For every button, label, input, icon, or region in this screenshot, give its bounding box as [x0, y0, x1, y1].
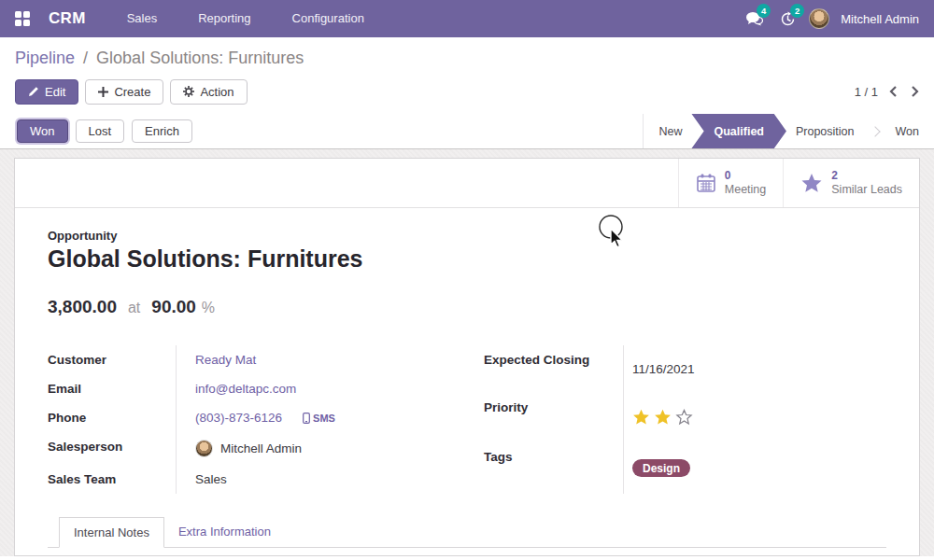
- sms-label: SMS: [313, 413, 335, 424]
- tag-design[interactable]: Design: [632, 459, 690, 477]
- sales-team-value[interactable]: Sales: [195, 472, 227, 486]
- nav-menu-sales[interactable]: Sales: [110, 0, 175, 37]
- meeting-label: Meeting: [725, 183, 766, 198]
- tab-internal-notes[interactable]: Internal Notes: [59, 517, 164, 548]
- stat-button-box: 0 Meeting 2 Similar Leads: [15, 159, 919, 208]
- email-value-link[interactable]: info@deltapc.com: [195, 382, 296, 396]
- salesperson-label: Salesperson: [48, 432, 176, 465]
- nav-right: 4 2 Mitchell Admin: [742, 7, 919, 31]
- won-button[interactable]: Won: [17, 119, 68, 143]
- plus-icon: [98, 87, 108, 97]
- percent-sign: %: [202, 300, 215, 316]
- opportunity-type-label: Opportunity: [48, 229, 886, 243]
- customer-label: Customer: [48, 345, 176, 374]
- breadcrumb: Pipeline / Global Solutions: Furnitures: [15, 49, 919, 68]
- edit-button-label: Edit: [45, 85, 65, 99]
- activities-button[interactable]: 2: [775, 7, 800, 31]
- sheet-body: Opportunity Global Solutions: Furnitures…: [15, 208, 919, 555]
- field-group-left: Customer Ready Mat Email info@deltapc.co…: [48, 345, 451, 494]
- star-empty-icon[interactable]: [675, 409, 693, 426]
- action-button[interactable]: Action: [170, 79, 247, 105]
- edit-button[interactable]: Edit: [15, 79, 78, 105]
- control-panel: Pipeline / Global Solutions: Furnitures …: [0, 37, 934, 114]
- enrich-button[interactable]: Enrich: [132, 119, 192, 143]
- messages-badge: 4: [757, 4, 771, 18]
- salesperson-value[interactable]: Mitchell Admin: [220, 441, 302, 455]
- stage-qualified-active[interactable]: Qualified: [691, 114, 785, 148]
- pager-next-icon[interactable]: [911, 85, 919, 98]
- stage-won[interactable]: Won: [881, 114, 934, 148]
- email-label: Email: [48, 374, 176, 403]
- breadcrumb-separator: /: [83, 49, 88, 67]
- activities-badge: 2: [790, 4, 804, 18]
- apps-grid-icon[interactable]: [15, 11, 30, 26]
- meeting-count: 0: [725, 169, 766, 183]
- field-groups: Customer Ready Mat Email info@deltapc.co…: [48, 345, 886, 494]
- star-icon: [800, 173, 823, 193]
- create-button[interactable]: Create: [85, 79, 163, 105]
- pager-counter: 1 / 1: [855, 85, 878, 99]
- user-avatar[interactable]: [809, 8, 829, 29]
- nav-menu-configuration[interactable]: Configuration: [276, 0, 381, 37]
- expected-revenue: 3,800.00: [48, 297, 117, 317]
- breadcrumb-current: Global Solutions: Furnitures: [96, 49, 304, 67]
- top-nav: CRM Sales Reporting Configuration 4 2 Mi…: [0, 0, 934, 37]
- expected-closing-label: Expected Closing: [484, 345, 623, 393]
- control-panel-buttons: Edit Create Action 1 / 1: [15, 78, 919, 105]
- similar-leads-label: Similar Leads: [831, 183, 902, 198]
- nav-left: CRM Sales Reporting Configuration: [15, 0, 381, 37]
- star-filled-icon[interactable]: [654, 409, 672, 426]
- opportunity-title: Global Solutions: Furnitures: [48, 245, 886, 273]
- customer-value-link[interactable]: Ready Mat: [195, 353, 256, 367]
- star-filled-icon[interactable]: [632, 409, 650, 426]
- priority-label: Priority: [484, 393, 623, 443]
- sales-team-label: Sales Team: [48, 465, 176, 494]
- lost-button[interactable]: Lost: [76, 119, 125, 143]
- stage-new[interactable]: New: [644, 114, 697, 148]
- mobile-phone-icon: [303, 413, 310, 424]
- salesperson-avatar: [195, 440, 213, 457]
- priority-stars: [632, 409, 693, 426]
- pencil-icon: [28, 86, 39, 97]
- form-sheet: 0 Meeting 2 Similar Leads Opportunity Gl…: [14, 158, 920, 556]
- content-area: 0 Meeting 2 Similar Leads Opportunity Gl…: [0, 149, 934, 556]
- app-name[interactable]: CRM: [49, 9, 86, 28]
- messages-button[interactable]: 4: [742, 7, 766, 31]
- pager: 1 / 1: [855, 85, 919, 99]
- probability-value: 90.00: [151, 297, 196, 317]
- notebook-tabs: Internal Notes Extra Information: [48, 516, 886, 548]
- similar-leads-stat-button[interactable]: 2 Similar Leads: [783, 159, 919, 207]
- action-button-label: Action: [200, 85, 234, 99]
- calendar-icon: [696, 173, 716, 193]
- sms-link[interactable]: SMS: [303, 413, 335, 424]
- stage-chevron-icon: [870, 126, 880, 136]
- field-group-right: Expected Closing 11/16/2021 Priority: [484, 345, 886, 494]
- nav-menu-reporting[interactable]: Reporting: [181, 0, 267, 37]
- gear-icon: [183, 86, 194, 97]
- phone-label: Phone: [48, 403, 176, 432]
- tab-extra-information[interactable]: Extra Information: [164, 517, 285, 548]
- create-button-label: Create: [114, 85, 150, 99]
- expected-closing-value[interactable]: 11/16/2021: [632, 362, 695, 376]
- similar-leads-count: 2: [831, 169, 902, 183]
- amount-row: 3,800.00 at 90.00 %: [48, 297, 886, 317]
- statusbar: Won Lost Enrich New Qualified Propositio…: [0, 114, 934, 149]
- stage-proposition[interactable]: Proposition: [781, 114, 870, 148]
- stage-bar: New Qualified Proposition Won: [643, 114, 934, 148]
- user-name[interactable]: Mitchell Admin: [841, 12, 919, 26]
- pager-previous-icon[interactable]: [889, 85, 898, 98]
- meeting-stat-button[interactable]: 0 Meeting: [678, 159, 783, 207]
- at-label: at: [128, 300, 140, 316]
- phone-value-link[interactable]: (803)-873-6126: [195, 411, 282, 425]
- breadcrumb-pipeline-link[interactable]: Pipeline: [15, 49, 75, 67]
- tags-label: Tags: [484, 442, 623, 494]
